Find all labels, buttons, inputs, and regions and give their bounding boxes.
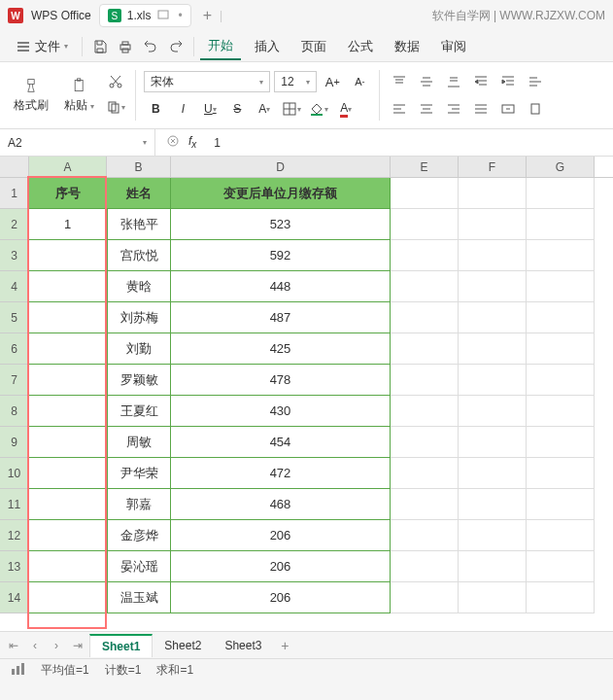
column-header-A[interactable]: A	[29, 157, 107, 177]
cell[interactable]	[391, 489, 459, 520]
cell[interactable]	[29, 302, 107, 333]
sheet-nav-last[interactable]: ⇥	[68, 636, 87, 655]
cell[interactable]	[527, 582, 595, 613]
sheet-nav-first[interactable]: ⇤	[4, 636, 23, 655]
increase-font-button[interactable]: A+	[321, 70, 344, 93]
cell[interactable]	[459, 333, 527, 365]
cell[interactable]: 425	[171, 333, 391, 365]
cell[interactable]	[459, 240, 527, 271]
row-header[interactable]: 10	[0, 458, 29, 489]
cell[interactable]: 430	[171, 396, 391, 427]
merge-cells-button[interactable]	[496, 97, 520, 121]
cell[interactable]	[527, 178, 595, 209]
row-header[interactable]: 11	[0, 489, 29, 520]
save-button[interactable]	[88, 35, 112, 58]
cell[interactable]	[459, 458, 527, 489]
file-tab[interactable]: S 1.xls •	[99, 4, 191, 27]
cell[interactable]	[459, 582, 527, 613]
font-more-button[interactable]: A ▾	[253, 97, 276, 121]
cell[interactable]	[391, 271, 459, 302]
cell[interactable]: 206	[171, 582, 391, 613]
cell[interactable]	[29, 458, 107, 489]
cell[interactable]	[527, 489, 595, 520]
row-header[interactable]: 5	[0, 302, 29, 333]
cell[interactable]	[29, 396, 107, 427]
align-top-button[interactable]	[388, 70, 411, 93]
font-size-select[interactable]: 12▾	[274, 71, 317, 92]
add-sheet-button[interactable]: +	[275, 636, 294, 655]
column-header-E[interactable]: E	[391, 157, 459, 177]
cell[interactable]: 523	[171, 209, 391, 240]
row-header[interactable]: 7	[0, 365, 29, 396]
cell[interactable]	[459, 551, 527, 582]
status-icon[interactable]	[10, 661, 25, 680]
cell[interactable]	[391, 458, 459, 489]
cell[interactable]: 448	[171, 271, 391, 302]
cell[interactable]	[527, 302, 595, 333]
menu-tab-页面[interactable]: 页面	[293, 33, 334, 60]
cell[interactable]	[29, 489, 107, 520]
cell[interactable]	[459, 271, 527, 302]
cell[interactable]: 206	[171, 520, 391, 551]
cell[interactable]: 1	[29, 209, 107, 240]
sheet-nav-next[interactable]: ›	[47, 636, 66, 655]
paste-button[interactable]: 粘贴 ▾	[58, 72, 100, 118]
menu-tab-数据[interactable]: 数据	[387, 33, 427, 60]
borders-button[interactable]: ▾	[280, 97, 303, 121]
cell[interactable]: 刘勤	[107, 333, 171, 365]
cell[interactable]: 刘苏梅	[107, 302, 171, 333]
cell[interactable]	[391, 582, 459, 613]
cell[interactable]	[459, 209, 527, 240]
row-header[interactable]: 1	[0, 178, 29, 209]
row-header[interactable]: 3	[0, 240, 29, 271]
align-center-button[interactable]	[415, 97, 438, 121]
cell[interactable]	[459, 302, 527, 333]
row-header[interactable]: 12	[0, 520, 29, 551]
cell[interactable]	[459, 489, 527, 520]
sheet-nav-prev[interactable]: ‹	[25, 636, 45, 655]
cell[interactable]	[459, 396, 527, 427]
cell[interactable]	[527, 396, 595, 427]
name-box[interactable]: A2 ▾	[0, 129, 155, 156]
cell[interactable]: 487	[171, 302, 391, 333]
cell[interactable]: 周敏	[107, 427, 171, 458]
bold-button[interactable]: B	[144, 97, 167, 121]
cell[interactable]: 变更后单位月缴存额	[171, 178, 391, 209]
cell[interactable]: 478	[171, 365, 391, 396]
fx-label[interactable]: fx	[188, 134, 196, 150]
cell[interactable]: 晏沁瑶	[107, 551, 171, 582]
column-header-D[interactable]: D	[171, 157, 391, 177]
cell[interactable]	[527, 209, 595, 240]
cell[interactable]	[29, 271, 107, 302]
cell[interactable]	[527, 458, 595, 489]
menu-tab-公式[interactable]: 公式	[340, 33, 381, 60]
cell[interactable]	[391, 520, 459, 551]
cell[interactable]	[527, 520, 595, 551]
sheet-tab[interactable]: Sheet2	[153, 634, 213, 657]
cell[interactable]: 206	[171, 551, 391, 582]
strikethrough-button[interactable]: S	[225, 97, 249, 121]
row-header[interactable]: 13	[0, 551, 29, 582]
font-family-select[interactable]: 宋体▾	[144, 71, 270, 92]
fill-color-button[interactable]: ▾	[307, 97, 330, 121]
cells-area[interactable]: 序号姓名变更后单位月缴存额1张艳平523宫欣悦592黄晗448刘苏梅487刘勤4…	[29, 178, 613, 613]
cell[interactable]: 张艳平	[107, 209, 171, 240]
align-middle-button[interactable]	[415, 70, 438, 93]
cell[interactable]	[391, 551, 459, 582]
format-brush-button[interactable]: 格式刷	[8, 72, 54, 118]
cell[interactable]: 温玉斌	[107, 582, 171, 613]
cell[interactable]: 罗颖敏	[107, 365, 171, 396]
row-header[interactable]: 8	[0, 396, 29, 427]
align-right-button[interactable]	[442, 97, 465, 121]
cell[interactable]	[459, 365, 527, 396]
italic-button[interactable]: I	[171, 97, 194, 121]
window-icon[interactable]	[156, 8, 172, 23]
row-header[interactable]: 2	[0, 209, 29, 240]
indent-decrease-button[interactable]	[469, 70, 493, 93]
orientation-button[interactable]	[524, 97, 547, 121]
align-justify-button[interactable]	[469, 97, 493, 121]
cell[interactable]: 郭嘉	[107, 489, 171, 520]
cell[interactable]: 姓名	[107, 178, 171, 209]
cell[interactable]	[527, 365, 595, 396]
cell[interactable]	[391, 396, 459, 427]
